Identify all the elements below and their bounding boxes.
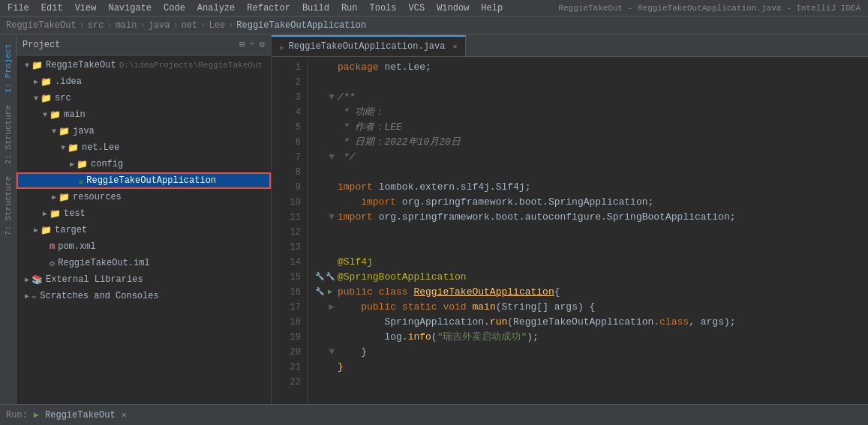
gutter-run-icon[interactable]: 🔧 (315, 285, 324, 300)
tree-label: config (91, 159, 123, 169)
gutter-green-icon[interactable]: 🔧 (315, 270, 324, 285)
gutter-17: ▶ (314, 300, 338, 315)
breadcrumb-item-4[interactable]: java (149, 20, 170, 31)
breadcrumb-item-6[interactable]: Lee (209, 20, 225, 31)
tree-label: External Libraries (46, 274, 143, 285)
gutter-15: 🔧 🔧 (314, 270, 338, 285)
menu-item-code[interactable]: Code (162, 3, 187, 13)
line-num-20: 20 (272, 345, 301, 360)
breadcrumb-sep-6: › (228, 20, 233, 31)
line-num-11: 11 (272, 210, 301, 225)
tree-item-resources[interactable]: ▶ 📁 resources (17, 189, 271, 205)
window-title: ReggieTakeOut - ReggieTakeOutApplication… (557, 4, 862, 13)
panel-icon-layout[interactable]: ⊞ (239, 39, 245, 50)
gutter-blue-icon[interactable]: 🔧 (326, 270, 335, 285)
breadcrumb-item-2[interactable]: src (88, 20, 104, 31)
tree-item-config[interactable]: ▶ 📁 config (17, 156, 271, 172)
tree-item-java[interactable]: ▼ 📁 java (17, 123, 271, 139)
tree-item-main[interactable]: ▼ 📁 main (17, 106, 271, 123)
menu-item-analyze[interactable]: Analyze (196, 3, 236, 13)
tree-item-reggieapp[interactable]: ☕ ReggieTakeOutApplication (17, 172, 271, 189)
breadcrumb: ReggieTakeOut › src › main › java › net … (0, 16, 868, 34)
menu-item-file[interactable]: File (6, 3, 31, 13)
tree-item-target[interactable]: ▶ 📁 target (17, 222, 271, 238)
menu-item-help[interactable]: Help (479, 3, 504, 13)
menu-item-refactor[interactable]: Refactor (245, 3, 292, 13)
tree-label: test (64, 208, 86, 219)
gutter-20: ▼ (314, 345, 338, 360)
folder-icon: 📁 (68, 142, 79, 154)
sidebar-tab-project[interactable]: 1: Project (2, 37, 14, 99)
side-tabs: 1: Project 2: Structure 7: Structure (0, 34, 17, 404)
run-bar: Run: ▶ ReggieTakeOut ✕ (0, 404, 868, 425)
arrow-icon: ▶ (41, 209, 50, 218)
menu-item-window[interactable]: Window (435, 3, 470, 13)
tab-close-button[interactable]: ✕ (452, 42, 457, 51)
project-tree: ▼ 📁 ReggieTakeOut D:\ideaProjects\Reggie… (17, 55, 271, 404)
gutter-16: 🔧 ▶ (314, 285, 338, 300)
run-app-label[interactable]: ReggieTakeOut (45, 410, 116, 421)
breadcrumb-item-3[interactable]: main (116, 20, 137, 31)
menu-item-tools[interactable]: Tools (368, 3, 398, 13)
menu-item-view[interactable]: View (74, 3, 98, 13)
menu-item-build[interactable]: Build (301, 3, 331, 13)
tree-label: Scratches and Consoles (40, 291, 158, 301)
libs-icon: 📚 (32, 274, 43, 286)
panel-icon-divide[interactable]: ÷ (250, 39, 255, 50)
arrow-icon: ▼ (59, 144, 68, 152)
panel-icon-settings[interactable]: ⚙ (260, 39, 265, 50)
gutter-run-btn[interactable]: ▶ (326, 285, 335, 300)
menu-item-edit[interactable]: Edit (40, 3, 65, 13)
tree-label: resources (73, 192, 122, 202)
tree-label: pom.xml (58, 241, 95, 252)
breadcrumb-item-7[interactable]: ReggieTakeOutApplication (236, 20, 366, 31)
folder-icon: 📁 (59, 126, 70, 137)
menu-item-navigate[interactable]: Navigate (107, 3, 153, 13)
code-line-7: ▼ */ (314, 150, 868, 165)
code-line-2 (314, 75, 868, 90)
arrow-icon: ▶ (32, 77, 41, 86)
tab-bar: ☕ ReggieTakeOutApplication.java ✕ (272, 34, 868, 57)
tree-label: .idea (55, 76, 82, 87)
code-content[interactable]: package net.Lee; ▼ /** * 功能： (308, 57, 868, 404)
line-num-8: 8 (272, 165, 301, 180)
line-num-22: 22 (272, 375, 301, 390)
line-num-2: 2 (272, 75, 301, 90)
line-num-12: 12 (272, 225, 301, 240)
tab-java-icon: ☕ (279, 42, 284, 52)
tree-path: D:\ideaProjects\ReggieTakeOut (119, 61, 263, 70)
tree-item-external-libs[interactable]: ▶ 📚 External Libraries (17, 271, 271, 288)
breadcrumb-item-5[interactable]: net (182, 20, 198, 31)
code-editor: 1 2 3 4 5 6 7 8 9 10 11 12 13 14 15 16 1… (272, 57, 868, 404)
line-num-7: 7 (272, 150, 301, 165)
line-num-10: 10 (272, 195, 301, 210)
line-num-18: 18 (272, 315, 301, 330)
code-line-20: ▼ } (314, 345, 868, 360)
code-line-1: package net.Lee; (314, 60, 868, 75)
tree-item-iml[interactable]: ◇ ReggieTakeOut.iml (17, 255, 271, 271)
panel-icons: ⊞ ÷ ⚙ (239, 39, 265, 50)
sidebar-tab-structure2[interactable]: 7: Structure (2, 170, 14, 241)
tree-item-reggietakeout[interactable]: ▼ 📁 ReggieTakeOut D:\ideaProjects\Reggie… (17, 57, 271, 73)
tree-label: src (55, 93, 71, 103)
tree-item-test[interactable]: ▶ 📁 test (17, 205, 271, 222)
sidebar-tab-structure[interactable]: 2: Structure (2, 99, 14, 170)
menu-item-vcs[interactable]: VCS (407, 3, 427, 13)
tree-label: java (73, 126, 95, 136)
editor-tab-reggieapp[interactable]: ☕ ReggieTakeOutApplication.java ✕ (272, 35, 466, 56)
line-num-15: 15 (272, 270, 301, 285)
tree-item-scratches[interactable]: ▶ ✏ Scratches and Consoles (17, 288, 271, 304)
tree-item-idea[interactable]: ▶ 📁 .idea (17, 73, 271, 90)
code-line-3: ▼ /** (314, 90, 868, 105)
tree-item-netlee[interactable]: ▼ 📁 net.Lee (17, 139, 271, 156)
arrow-icon: ▶ (23, 292, 32, 301)
tree-item-src[interactable]: ▼ 📁 src (17, 90, 271, 106)
breadcrumb-sep-5: › (200, 20, 206, 31)
tab-filename: ReggieTakeOutApplication.java (289, 41, 446, 52)
menu-item-run[interactable]: Run (340, 3, 359, 13)
run-close-icon[interactable]: ✕ (122, 409, 127, 421)
tree-item-pom[interactable]: m pom.xml (17, 238, 271, 255)
line-num-14: 14 (272, 255, 301, 270)
code-line-22 (314, 375, 868, 390)
breadcrumb-item-1[interactable]: ReggieTakeOut (6, 20, 77, 31)
